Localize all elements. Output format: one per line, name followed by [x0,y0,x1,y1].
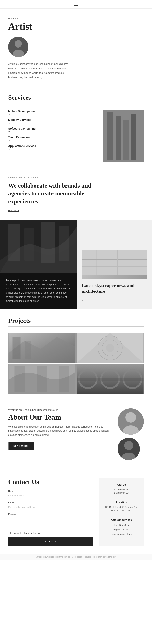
project-img-3[interactable] [8,364,75,394]
svg-rect-8 [103,126,144,126]
svg-rect-10 [103,150,144,150]
message-label: Message [8,513,93,515]
service-name-1: Mobile Development [8,110,97,113]
svg-point-1 [15,40,22,48]
dark-image-top [0,220,77,273]
service-excursions: Excursions and Tours [103,532,140,536]
chevron-4[interactable]: ∨ [8,139,97,142]
name-input[interactable] [8,493,93,498]
team-text: Vivamus arcu felis bibendum ut tristique… [8,425,109,437]
email-input[interactable] [8,504,93,510]
dark-image-small [82,250,147,279]
svg-rect-7 [131,114,136,160]
svg-rect-41 [77,378,144,381]
creative-read-more[interactable]: read more [8,209,19,212]
services-divider [8,103,144,104]
svg-rect-21 [135,250,135,275]
svg-point-46 [124,441,133,450]
location-address: 121 Rock Street, 21 Avenue, New York, NY… [103,505,140,512]
message-field-group: Message [8,513,93,529]
about-section: About us Artist Article evident arrived … [0,9,152,86]
service-item-4: Team Extension ∨ [8,136,97,142]
phone-numbers: 1 (234) 567-891 1 (234) 987-654 [103,488,140,495]
navbar [0,0,152,9]
terms-checkbox[interactable] [8,532,11,534]
services-list: Mobile Development ∨ Mobility Services ∨… [8,110,97,162]
service-item-5: Application Services ∨ [8,144,97,151]
svg-rect-19 [96,250,97,275]
svg-rect-33 [15,366,25,392]
contact-title: Contact Us [8,478,93,486]
creative-label: Creative Rustlers [8,176,144,179]
terms-link[interactable]: Terms of Service [24,532,41,534]
svg-rect-17 [82,259,147,260]
sidebar-divider-1 [103,498,140,498]
team-subtitle: Vivamus arcu felis bibendum ut tristique… [8,408,109,411]
chevron-2[interactable]: ∨ [8,122,97,125]
svg-rect-20 [117,250,118,275]
svg-rect-14 [41,222,55,262]
svg-point-29 [106,344,114,352]
service-name-5: Application Services [8,144,97,148]
project-img-1[interactable] [8,333,75,363]
top-services-title: Our top services [103,518,140,521]
service-item-1: Mobile Development ∨ [8,110,97,116]
svg-rect-4 [107,112,113,160]
location-title: Location [103,501,140,504]
contact-sidebar: Call us 1 (234) 567-891 1 (234) 987-654 … [99,478,144,546]
creative-title: We collaborate with brands and agencies … [8,182,93,205]
submit-button[interactable]: SUBMIT [8,538,93,546]
name-label: Name [8,490,93,492]
chevron-1[interactable]: ∨ [8,113,97,116]
chevron-5[interactable]: ∨ [8,148,97,151]
email-label: Email [8,501,93,504]
team-right [118,408,144,460]
team-title: About Our Team [8,413,109,422]
avatar [8,37,28,57]
name-field-group: Name [8,490,93,498]
svg-rect-13 [24,228,34,260]
about-title: Artist [8,21,144,32]
about-bio: Article evident arrived express highest … [8,62,73,80]
chevron-3[interactable]: ∨ [8,130,97,134]
creative-section: Creative Rustlers We collaborate with br… [0,166,152,220]
arrow-right-icon[interactable]: › [82,298,147,303]
project-img-4[interactable] [77,364,144,394]
services-image [103,110,144,162]
svg-rect-15 [59,226,69,260]
team-avatar-1 [118,408,144,434]
terms-row: I accept the Terms of Service [8,532,93,534]
team-section: Vivamus arcu felis bibendum ut tristique… [0,398,152,470]
projects-grid [8,333,144,394]
project-img-2[interactable] [77,333,144,363]
skyscraper-title: Latest skyscraper news and architecture [82,283,147,294]
service-airport: Airport Transfers [103,527,140,532]
read-more-button[interactable]: READ MORE [8,442,34,450]
dark-paragraph: Paragraph. Lorem ipsum dolor sit amet, c… [0,273,77,309]
dark-right: Latest skyscraper news and architecture … [77,220,152,309]
service-item-2: Mobility Services ∨ [8,118,97,125]
hamburger-button[interactable] [74,3,78,6]
svg-rect-12 [8,224,20,260]
service-item-3: Software Consulting ∨ [8,127,97,134]
team-left: Vivamus arcu felis bibendum ut tristique… [8,408,109,450]
service-name-4: Team Extension [8,136,97,139]
svg-rect-34 [37,366,47,392]
service-name-3: Software Consulting [8,127,97,130]
message-input[interactable] [8,516,93,528]
projects-title: Projects [8,317,144,324]
svg-rect-16 [82,250,147,275]
svg-rect-35 [59,366,69,392]
service-local: Local transfers [103,523,140,527]
dark-left: Paragraph. Lorem ipsum dolor sit amet, c… [0,220,77,309]
email-field-group: Email [8,501,93,510]
footer-note: Sample text. Click to select the text bo… [35,556,117,558]
service-name-2: Mobility Services [8,118,97,122]
team-avatar-2 [118,438,140,460]
terms-text: I accept the Terms of Service [12,532,41,534]
contact-left: Contact Us Name Email Message I accept t… [8,478,93,546]
svg-point-43 [125,412,136,423]
phone-2: 1 (234) 987-654 [114,492,129,494]
about-label: About us [8,17,144,20]
footer: Sample text. Click to select the text bo… [0,554,152,560]
